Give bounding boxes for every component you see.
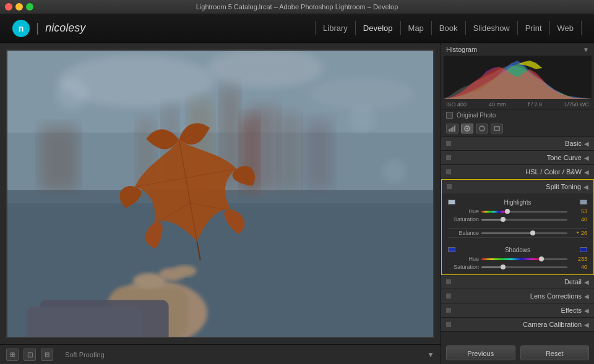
nav-print[interactable]: Print [518, 21, 550, 35]
view-mode-btn-3[interactable]: ⊟ [41, 349, 53, 361]
minimize-button[interactable] [15, 3, 23, 11]
balance-label: Balance [448, 230, 479, 236]
histogram-meta: ISO 400 40 mm f / 2.8 1/750 WC [441, 100, 594, 109]
right-panel: Histogram ▼ [441, 43, 594, 364]
lens-corrections-arrow: ◀ [584, 293, 589, 300]
logo-icon: n [12, 20, 30, 37]
detail-title: Detail [451, 278, 582, 286]
reset-button[interactable]: Reset [520, 345, 590, 360]
hsl-header[interactable]: HSL / Color / B&W ◀ [441, 165, 594, 179]
highlights-saturation-row: Saturation 40 [448, 216, 587, 222]
lens-corrections-section: Lens Corrections ◀ [441, 289, 594, 303]
shadows-subsection: Shadows Hue 233 [442, 241, 593, 274]
shadows-hue-row: Hue 233 [448, 256, 587, 262]
panel-scrollable-content[interactable]: Basic ◀ Tone Curve ◀ HSL / [441, 137, 594, 342]
view-mode-btn-2[interactable]: ◫ [24, 349, 36, 361]
adjustments-icon[interactable] [461, 124, 473, 133]
hsl-title: HSL / Color / B&W [451, 168, 582, 176]
view-mode-btn-1[interactable]: ⊞ [6, 349, 19, 361]
histogram-title: Histogram [446, 46, 477, 53]
effects-header[interactable]: Effects ◀ [441, 303, 594, 317]
split-toning-section: Split Toning ◀ Highlights Hue [441, 179, 594, 275]
shadows-saturation-thumb[interactable] [501, 265, 506, 269]
split-toning-arrow: ◀ [583, 184, 588, 190]
detail-toggle[interactable] [446, 279, 451, 284]
nav-map[interactable]: Map [401, 21, 432, 35]
hsl-section: HSL / Color / B&W ◀ [441, 165, 594, 179]
logo-letter: n [19, 23, 24, 33]
toolbar-separator: · [58, 351, 60, 358]
shadows-subtitle: Shadows [505, 245, 530, 255]
highlights-color-swatch[interactable] [448, 200, 455, 205]
tone-curve-toggle[interactable] [446, 155, 451, 160]
nav-book[interactable]: Book [432, 21, 466, 35]
detail-arrow: ◀ [584, 279, 589, 286]
navbar: n | nicolesy Library Develop Map Book Sl… [0, 14, 594, 43]
shadows-saturation-slider[interactable] [481, 266, 567, 268]
highlights-color-swatch-2[interactable] [580, 200, 587, 205]
nav-library[interactable]: Library [315, 21, 356, 35]
logo: n | nicolesy [12, 20, 85, 37]
shadows-color-swatch[interactable] [448, 247, 455, 252]
panel-icons-row [441, 121, 594, 137]
highlights-hue-row: Hue 53 [448, 208, 587, 214]
lens-corrections-header[interactable]: Lens Corrections ◀ [441, 289, 594, 303]
camera-calibration-section: Camera Calibration ◀ [441, 318, 594, 332]
lens-corrections-title: Lens Corrections [451, 292, 582, 300]
bottom-toolbar: ⊞ ◫ ⊟ · Soft Proofing ▼ [0, 344, 441, 364]
highlights-saturation-thumb[interactable] [501, 217, 506, 222]
histogram-panel-icon[interactable] [446, 124, 458, 133]
maximize-button[interactable] [26, 3, 33, 11]
effects-section: Effects ◀ [441, 303, 594, 318]
highlights-hue-slider[interactable] [481, 211, 567, 213]
photo-image [7, 51, 433, 337]
balance-container: Balance + 26 [442, 227, 593, 241]
lens-corrections-toggle[interactable] [446, 294, 451, 298]
balance-slider[interactable] [481, 232, 567, 234]
basic-section-header[interactable]: Basic ◀ [441, 137, 594, 150]
split-toning-title: Split Toning [452, 183, 581, 190]
highlights-hue-thumb[interactable] [505, 209, 510, 214]
histogram-collapse-icon[interactable]: ▼ [583, 46, 589, 53]
camera-calibration-title: Camera Calibration [451, 321, 582, 328]
svg-point-31 [349, 107, 375, 133]
camera-calibration-header[interactable]: Camera Calibration ◀ [441, 318, 594, 331]
shadows-hue-slider[interactable] [481, 258, 567, 260]
title-bar: Lightroom 5 Catalog.lrcat – Adobe Photos… [0, 0, 594, 14]
toolbar-expand-icon[interactable]: ▼ [427, 350, 434, 359]
app-container: n | nicolesy Library Develop Map Book Sl… [0, 14, 594, 364]
highlights-saturation-slider[interactable] [481, 219, 567, 221]
nav-develop[interactable]: Develop [356, 21, 401, 35]
detail-section: Detail ◀ [441, 275, 594, 289]
hsl-arrow: ◀ [584, 169, 589, 176]
histogram-canvas [444, 56, 592, 99]
basic-toggle[interactable] [446, 141, 451, 146]
nav-web[interactable]: Web [550, 21, 582, 35]
shadows-saturation-row: Saturation 40 [448, 264, 587, 270]
tone-curve-header[interactable]: Tone Curve ◀ [441, 151, 594, 164]
close-button[interactable] [5, 3, 12, 11]
circle-icon[interactable] [476, 124, 488, 133]
split-toning-toggle[interactable] [447, 184, 452, 189]
hsl-toggle[interactable] [446, 169, 451, 174]
previous-button[interactable]: Previous [446, 345, 515, 360]
original-photo-checkbox[interactable] [446, 112, 453, 119]
split-toning-header[interactable]: Split Toning ◀ [442, 180, 593, 193]
shadows-color-swatch-2[interactable] [580, 247, 587, 252]
highlights-saturation-value: 40 [570, 216, 587, 222]
main-content: ⊞ ◫ ⊟ · Soft Proofing ▼ Histogram ▼ [0, 43, 594, 364]
nav-slideshow[interactable]: Slideshow [466, 21, 518, 35]
panel-bottom-buttons: Previous Reset [441, 342, 594, 364]
shadows-hue-thumb[interactable] [539, 256, 544, 261]
svg-rect-41 [494, 127, 499, 130]
shadows-saturation-label: Saturation [448, 264, 479, 270]
square-icon[interactable] [491, 124, 503, 133]
effects-toggle[interactable] [446, 308, 451, 313]
highlights-hue-label: Hue [448, 208, 479, 214]
svg-rect-34 [449, 129, 450, 132]
logo-name: nicolesy [45, 22, 85, 35]
balance-thumb[interactable] [530, 231, 535, 235]
detail-header[interactable]: Detail ◀ [441, 275, 594, 289]
photo-area: ⊞ ◫ ⊟ · Soft Proofing ▼ [0, 43, 441, 364]
camera-calibration-toggle[interactable] [446, 322, 451, 327]
